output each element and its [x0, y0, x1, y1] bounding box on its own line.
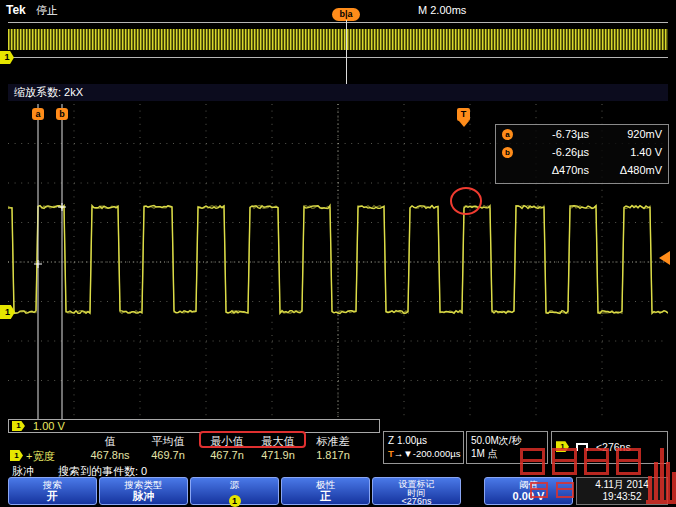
- acquisition-status: 停止: [36, 4, 58, 17]
- cursor-a-icon: a: [502, 129, 513, 140]
- cursor-a-label[interactable]: a: [32, 108, 44, 120]
- cursor-delta-volt: Δ480mV: [589, 164, 662, 176]
- minmax-highlight-box: [199, 431, 306, 448]
- zoom-position-line[interactable]: [346, 20, 347, 86]
- cursor-b-volt: 1.40 V: [589, 146, 662, 158]
- overview-waveform-band: [8, 29, 668, 50]
- meas-header-stddev: 标准差: [317, 434, 350, 449]
- cursor-a-time: -6.73µs: [513, 128, 589, 140]
- zoom-factor-bar: [8, 84, 668, 101]
- overview-top-line: [8, 22, 668, 23]
- menu-button-polarity-value: 正: [282, 490, 369, 503]
- date-text: 4.11月 2014: [577, 479, 667, 491]
- meas-value: 467.8ns: [90, 449, 129, 461]
- menu-button-threshold[interactable]: 阈值 0.00 V: [484, 477, 573, 505]
- cursor-b-label[interactable]: b: [56, 108, 68, 120]
- trigger-position-marker[interactable]: T: [457, 108, 470, 121]
- annotation-circle: [450, 187, 482, 215]
- trigger-source-badge: 1: [556, 441, 569, 452]
- channel-scale-strip: 1 1.00 V: [8, 419, 380, 433]
- cursor-readout-row-a: a -6.73µs 920mV: [496, 125, 668, 143]
- overview-channel1-badge: 1: [0, 51, 14, 64]
- main-timebase-readout: M 2.00ms: [418, 4, 466, 17]
- meas-mean: 469.7n: [151, 449, 185, 461]
- meas-header-value: 值: [105, 434, 116, 449]
- zoom-factor-label: 缩放系数: 2kX: [14, 86, 83, 99]
- meas-header-mean: 平均值: [152, 434, 185, 449]
- datetime-box: 4.11月 2014 19:43:52: [576, 477, 668, 505]
- channel1-scale-value: 1.00 V: [33, 420, 65, 432]
- acquisition-readout-box: 50.0M次/秒 1M 点: [466, 431, 548, 464]
- menu-button-source-channel-badge: 1: [229, 495, 241, 507]
- cursor-readout-panel: a -6.73µs 920mV b -6.26µs 1.40 V Δ470ns …: [495, 124, 669, 184]
- trigger-position-arrow-icon: [459, 121, 469, 127]
- sample-rate: 50.0M次/秒: [471, 434, 543, 447]
- record-length: 1M 点: [471, 447, 543, 460]
- trigger-condition: <276ns: [596, 441, 631, 453]
- menu-button-source[interactable]: 源 1: [190, 477, 279, 505]
- meas-min: 467.7n: [210, 449, 244, 461]
- menu-button-search[interactable]: 搜索 开: [8, 477, 97, 505]
- overview-bottom-line: [8, 57, 668, 58]
- menu-button-polarity[interactable]: 极性 正: [281, 477, 370, 505]
- time-text: 19:43:52: [577, 491, 667, 503]
- menu-button-search-type[interactable]: 搜索类型 脉冲: [99, 477, 188, 505]
- menu-button-search-type-title: 搜索类型: [100, 480, 187, 490]
- cursor-a-volt: 920mV: [589, 128, 662, 140]
- menu-button-set-marks-value2: <276ns: [373, 497, 460, 506]
- menu-button-search-title: 搜索: [9, 480, 96, 490]
- oscilloscope-screen: Tek 停止 M 2.00ms b|a 1 缩放系数: 2kX a b T a …: [0, 0, 676, 507]
- cursor-delta-time: Δ470ns: [513, 164, 589, 176]
- channel1-scale-badge: 1: [12, 421, 25, 431]
- menu-button-search-type-value: 脉冲: [100, 490, 187, 503]
- horizontal-readout-box: Z 1.00µs T→▼-200.000µs: [383, 431, 464, 464]
- menu-button-source-title: 源: [191, 480, 278, 490]
- menu-button-threshold-title: 阈值: [485, 480, 572, 490]
- menu-button-search-value: 开: [9, 490, 96, 503]
- cursor-b-time: -6.26µs: [513, 146, 589, 158]
- cursor-readout-row-b: b -6.26µs 1.40 V: [496, 143, 668, 161]
- menu-button-polarity-title: 极性: [282, 480, 369, 490]
- meas-row-name: +宽度: [26, 449, 54, 464]
- cursor-readout-row-delta: Δ470ns Δ480mV: [496, 161, 668, 179]
- brand-logo: Tek: [6, 3, 26, 17]
- meas-stddev: 1.817n: [316, 449, 350, 461]
- trigger-readout-line: 1 <276ns: [556, 437, 663, 455]
- trigger-position-value: →▼-200.000µs: [394, 448, 461, 459]
- zoom-timebase: Z 1.00µs: [388, 434, 459, 447]
- trigger-position-readout: T→▼-200.000µs: [388, 447, 459, 460]
- trigger-readout-box: 1 <276ns: [551, 431, 668, 464]
- menu-button-threshold-value: 0.00 V: [485, 490, 572, 503]
- cursor-b-icon: b: [502, 147, 513, 158]
- menu-button-set-marks[interactable]: 设置标记 时间 <276ns: [372, 477, 461, 505]
- meas-row-channel-badge: 1: [10, 450, 23, 461]
- trigger-level-arrow-icon[interactable]: [659, 251, 670, 265]
- meas-max: 471.9n: [261, 449, 295, 461]
- pulse-width-icon: [576, 443, 588, 451]
